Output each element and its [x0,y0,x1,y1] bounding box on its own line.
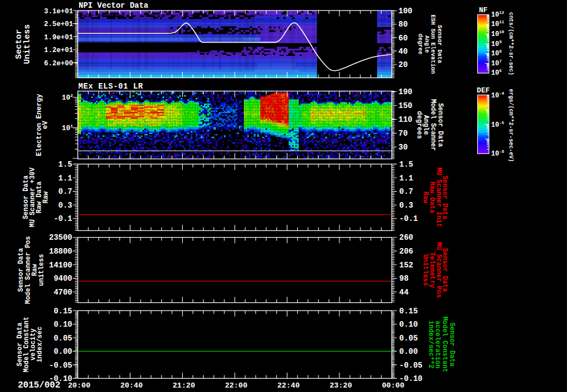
svg-text:0.10: 0.10 [54,320,73,329]
svg-text:21:20: 21:20 [173,381,195,390]
svg-text:14100: 14100 [49,261,72,270]
svg-text:20:00: 20:00 [68,381,91,390]
svg-text:00:00: 00:00 [382,381,405,390]
svg-text:MEx ELS-01 LR: MEx ELS-01 LR [79,82,143,91]
svg-text:20:40: 20:40 [120,381,143,390]
svg-text:100: 100 [399,7,413,16]
svg-text:-0.1: -0.1 [54,214,73,223]
svg-text:22:00: 22:00 [225,381,248,390]
svg-text:0.05: 0.05 [54,334,73,343]
svg-text:0.7: 0.7 [399,187,413,196]
svg-text:44: 44 [399,288,409,297]
svg-text:0.10: 0.10 [399,320,418,329]
svg-text:-0.05: -0.05 [399,361,422,370]
svg-text:80: 80 [399,20,408,29]
svg-text:0.05: 0.05 [399,334,418,343]
svg-text:152: 152 [399,261,413,270]
svg-text:1.1: 1.1 [399,174,413,183]
svg-text:0.00: 0.00 [54,347,73,356]
svg-text:2.5e+01: 2.5e+01 [44,20,73,28]
svg-text:DEF: DEF [477,86,490,95]
svg-text:1.9e+01: 1.9e+01 [44,34,73,42]
svg-text:-0.05: -0.05 [49,361,72,370]
svg-text:Sensor DataModel Constantaccel: Sensor DataModel Constantaccelerationind… [427,317,456,373]
svg-text:18800: 18800 [49,247,72,256]
svg-text:1.1: 1.1 [58,174,72,183]
svg-text:60: 60 [399,34,408,43]
svg-text:40: 40 [399,47,408,56]
svg-text:2015/002: 2015/002 [18,380,60,390]
svg-text:SectorUnitless: SectorUnitless [14,24,33,64]
svg-text:9400: 9400 [54,274,73,283]
svg-text:-0.1: -0.1 [399,214,418,223]
svg-text:98: 98 [399,274,409,283]
svg-text:22:40: 22:40 [277,381,300,390]
svg-text:206: 206 [399,247,413,256]
svg-text:4700: 4700 [54,288,73,297]
svg-text:3.1e+01: 3.1e+01 [44,8,73,16]
svg-text:0.3: 0.3 [399,201,413,210]
svg-text:ergs/(cm**2-sr-sec-eV): ergs/(cm**2-sr-sec-eV) [508,89,514,162]
svg-text:0.00: 0.00 [399,347,418,356]
svg-text:20: 20 [399,60,408,69]
svg-text:0.15: 0.15 [54,307,73,316]
svg-text:NPI Vector Data: NPI Vector Data [79,1,149,10]
svg-text:NF: NF [479,6,488,14]
svg-text:260: 260 [399,233,413,242]
svg-text:0.3: 0.3 [58,201,72,210]
svg-text:1.2e+01: 1.2e+01 [44,47,73,54]
svg-text:150: 150 [399,101,413,110]
svg-text:1.5: 1.5 [58,160,72,169]
svg-text:0.15: 0.15 [399,307,418,316]
svg-text:30: 30 [399,143,408,152]
svg-text:1.5: 1.5 [399,160,413,169]
svg-text:23:20: 23:20 [329,381,352,390]
svg-text:70: 70 [399,129,408,138]
svg-text:6.2e+00: 6.2e+00 [44,60,73,68]
svg-text:cnts/(cm**2-sr-sec): cnts/(cm**2-sr-sec) [508,12,514,75]
svg-text:0.7: 0.7 [58,187,72,196]
svg-text:110: 110 [399,115,413,124]
svg-text:23500: 23500 [49,233,72,242]
svg-text:190: 190 [399,87,413,96]
